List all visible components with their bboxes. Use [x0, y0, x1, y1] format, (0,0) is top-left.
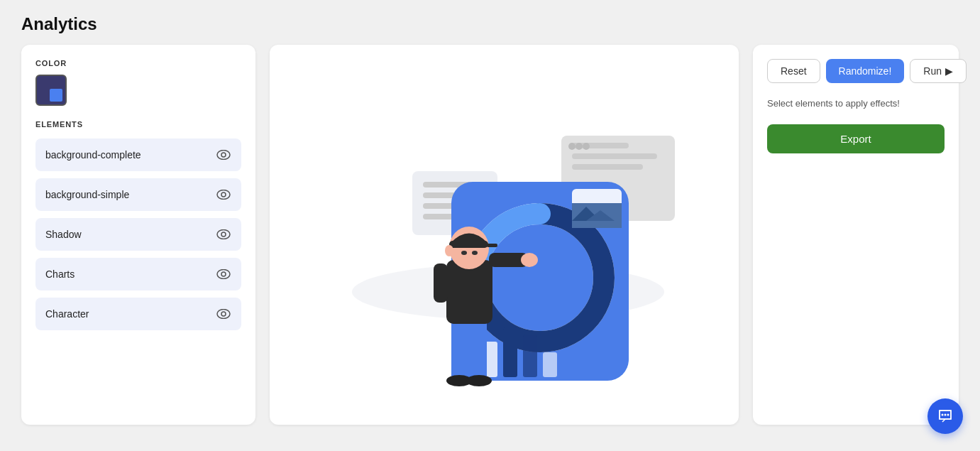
element-label: background-complete	[45, 149, 141, 161]
select-hint: Select elements to apply effects!	[767, 97, 945, 110]
svg-rect-30	[503, 327, 517, 377]
svg-point-47	[942, 414, 944, 416]
svg-rect-13	[572, 153, 657, 159]
eye-icon	[216, 306, 231, 322]
svg-point-1	[221, 153, 226, 157]
svg-rect-14	[572, 164, 643, 170]
element-item-shadow[interactable]: Shadow	[35, 218, 241, 251]
svg-point-2	[217, 190, 230, 200]
svg-point-49	[947, 414, 949, 416]
chat-bubble[interactable]	[927, 398, 963, 434]
svg-rect-31	[523, 335, 537, 377]
right-panel: Reset Randomize! Run ▶ Select elements t…	[753, 45, 959, 425]
left-panel: COLOR ELEMENTS background-complete backg…	[21, 45, 255, 425]
svg-point-17	[583, 143, 590, 150]
element-label: Shadow	[45, 229, 82, 240]
svg-point-15	[568, 143, 576, 150]
right-panel-top: Reset Randomize! Run ▶	[767, 59, 945, 83]
svg-rect-38	[434, 263, 448, 303]
eye-icon	[216, 266, 231, 282]
element-item-charts[interactable]: Charts	[35, 258, 241, 290]
color-swatch[interactable]	[35, 75, 67, 106]
svg-point-6	[217, 270, 230, 279]
svg-point-46	[472, 251, 478, 255]
illustration	[270, 45, 739, 425]
svg-point-7	[221, 272, 226, 276]
elements-section-label: ELEMENTS	[35, 120, 241, 129]
svg-point-8	[217, 310, 230, 319]
svg-rect-37	[446, 260, 492, 324]
svg-point-16	[576, 143, 583, 150]
middle-panel	[270, 45, 739, 425]
play-icon: ▶	[945, 65, 953, 77]
svg-point-45	[461, 251, 467, 255]
svg-point-0	[217, 151, 230, 160]
eye-icon	[216, 147, 231, 163]
page-title: Analytics	[21, 14, 959, 34]
svg-point-5	[221, 232, 226, 237]
eye-icon	[216, 227, 231, 242]
color-section-label: COLOR	[35, 59, 241, 67]
element-item-background-simple[interactable]: background-simple	[35, 178, 241, 211]
svg-rect-33	[451, 320, 467, 381]
run-label: Run	[923, 65, 942, 77]
svg-point-9	[221, 312, 226, 316]
svg-point-3	[221, 192, 226, 197]
svg-point-44	[445, 245, 453, 256]
element-item-background-complete[interactable]: background-complete	[35, 138, 241, 171]
randomize-button[interactable]: Randomize!	[826, 59, 905, 83]
svg-rect-43	[487, 244, 497, 247]
export-button[interactable]: Export	[767, 124, 945, 153]
element-item-character[interactable]: Character	[35, 298, 241, 330]
svg-point-48	[945, 414, 947, 416]
element-label: Charts	[45, 268, 75, 280]
run-button[interactable]: Run ▶	[910, 59, 967, 83]
element-label: Character	[45, 308, 89, 320]
svg-rect-32	[543, 352, 557, 377]
svg-rect-34	[471, 320, 487, 381]
eye-icon	[216, 187, 231, 202]
element-label: background-simple	[45, 189, 129, 200]
svg-point-4	[217, 230, 230, 239]
svg-point-36	[466, 375, 492, 386]
svg-point-40	[521, 253, 538, 267]
svg-rect-42	[449, 241, 488, 248]
reset-button[interactable]: Reset	[767, 59, 820, 83]
